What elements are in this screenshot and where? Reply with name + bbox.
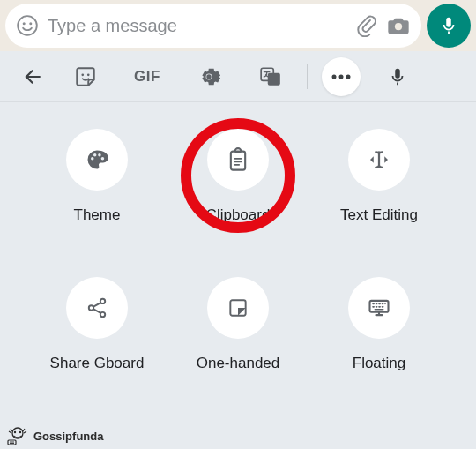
- svg-point-22: [12, 428, 23, 438]
- svg-point-19: [100, 312, 105, 317]
- svg-point-11: [346, 74, 351, 79]
- svg-point-12: [91, 157, 94, 161]
- svg-rect-16: [235, 151, 242, 154]
- svg-point-24: [19, 431, 21, 433]
- svg-point-9: [332, 74, 337, 79]
- message-input[interactable]: Type a message: [5, 4, 421, 48]
- svg-point-13: [93, 153, 97, 157]
- gear-icon: [197, 65, 220, 88]
- mic-icon: [439, 16, 458, 35]
- svg-point-0: [18, 16, 37, 35]
- sticker-button[interactable]: [55, 51, 116, 101]
- svg-rect-25: [8, 440, 16, 445]
- floating-keyboard-icon: [367, 296, 391, 320]
- svg-point-14: [98, 153, 101, 157]
- message-placeholder: Type a message: [48, 16, 346, 36]
- share-icon: [86, 296, 108, 319]
- translate-button[interactable]: [240, 51, 301, 101]
- mic-icon: [388, 67, 407, 86]
- watermark-logo-icon: [5, 426, 30, 445]
- option-floating[interactable]: Floating: [317, 277, 441, 372]
- attachment-icon[interactable]: [354, 14, 377, 37]
- svg-point-1: [23, 22, 26, 25]
- emoji-icon[interactable]: [16, 14, 39, 37]
- voice-message-button[interactable]: [427, 4, 471, 48]
- palette-icon: [85, 147, 109, 172]
- chat-input-bar: Type a message: [0, 0, 476, 51]
- gif-label: GIF: [134, 68, 160, 86]
- watermark-text: Gossipfunda: [33, 430, 103, 443]
- option-label: Theme: [74, 206, 121, 224]
- options-grid: Theme Clipboard Text Editing Share Gboar…: [0, 102, 476, 372]
- one-handed-icon: [227, 296, 249, 319]
- svg-point-10: [339, 74, 344, 79]
- option-one-handed[interactable]: One-handed: [176, 277, 300, 372]
- svg-point-5: [87, 73, 90, 76]
- svg-point-23: [14, 431, 16, 433]
- option-text-editing[interactable]: Text Editing: [317, 129, 441, 224]
- svg-point-15: [101, 157, 105, 161]
- svg-point-3: [395, 23, 402, 30]
- svg-point-2: [29, 22, 32, 25]
- keyboard-toolbar: GIF: [0, 51, 476, 102]
- sticker-icon: [74, 65, 97, 88]
- more-button[interactable]: [313, 51, 369, 101]
- option-theme[interactable]: Theme: [35, 129, 159, 224]
- gif-button[interactable]: GIF: [116, 51, 178, 101]
- option-label: One-handed: [197, 355, 280, 372]
- svg-point-4: [81, 73, 84, 76]
- option-label: Clipboard: [206, 206, 271, 224]
- voice-typing-button[interactable]: [369, 51, 426, 101]
- back-button[interactable]: [11, 51, 55, 101]
- text-cursor-icon: [366, 146, 392, 173]
- svg-point-17: [100, 299, 105, 303]
- camera-icon[interactable]: [386, 13, 411, 38]
- svg-rect-8: [268, 72, 280, 85]
- toolbar-divider: [307, 64, 308, 89]
- option-share-gboard[interactable]: Share Gboard: [35, 277, 159, 372]
- svg-point-6: [206, 74, 211, 79]
- more-icon: [330, 73, 353, 80]
- option-clipboard[interactable]: Clipboard: [176, 129, 300, 224]
- translate-icon: [259, 65, 282, 88]
- settings-button[interactable]: [178, 51, 240, 101]
- option-label: Text Editing: [340, 206, 418, 224]
- clipboard-icon: [226, 147, 250, 172]
- arrow-left-icon: [21, 65, 44, 88]
- option-label: Share Gboard: [50, 355, 145, 372]
- option-label: Floating: [353, 355, 405, 372]
- watermark: Gossipfunda: [5, 426, 103, 445]
